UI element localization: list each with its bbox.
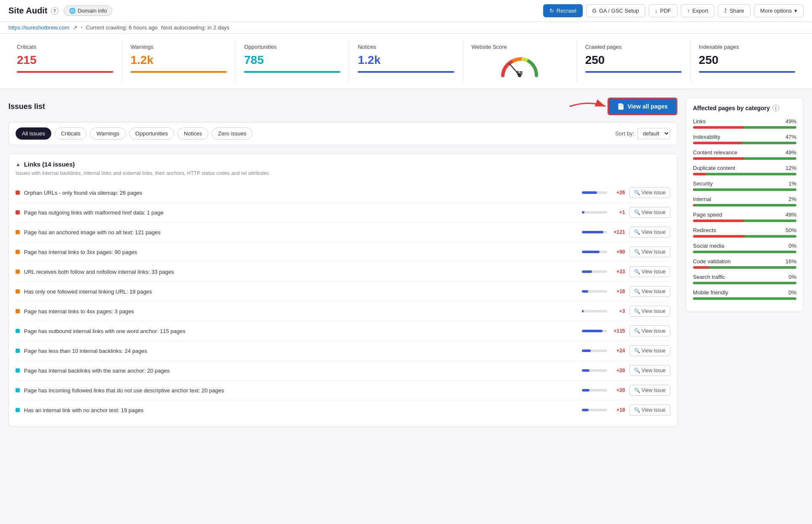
tab-zero-issues[interactable]: Zero issues — [212, 127, 252, 140]
mini-bar — [582, 409, 607, 411]
pdf-button[interactable]: ↓ PDF — [649, 4, 678, 17]
issue-row: Has an internal link with no anchor text… — [16, 400, 670, 420]
issue-delta: +19 — [610, 407, 625, 413]
tab-notices[interactable]: Notices — [178, 127, 208, 140]
view-issue-button[interactable]: 🔍 View issue — [629, 207, 670, 218]
share-icon: ⤴ — [724, 8, 727, 14]
issue-row: Orphan URLs - only found via sitemap: 26… — [16, 183, 670, 203]
category-pct: 47% — [785, 134, 796, 140]
issue-delta: +24 — [610, 348, 625, 354]
share-button[interactable]: ⤴ Share — [718, 4, 751, 17]
severity-dot — [16, 191, 20, 195]
green-bar — [706, 173, 796, 175]
mini-bar — [582, 330, 607, 332]
view-issue-button[interactable]: 🔍 View issue — [629, 286, 670, 297]
view-issue-button[interactable]: 🔍 View issue — [629, 227, 670, 238]
category-page-speed: Page speed 49% — [693, 212, 796, 222]
notices-value: 1.2k — [358, 53, 454, 67]
tab-all-issues[interactable]: All issues — [16, 127, 51, 140]
category-indexability: Indexability 47% — [693, 134, 796, 144]
recrawl-button[interactable]: ↻ Recrawl — [543, 4, 583, 17]
category-header: Social media 0% — [693, 243, 796, 249]
indexable-pages-card[interactable]: Indexable pages 250 — [690, 40, 804, 82]
category-bar — [693, 188, 796, 191]
category-social-media: Social media 0% — [693, 243, 796, 253]
category-name: Search traffic — [693, 274, 725, 280]
mini-bar — [582, 251, 607, 253]
domain-info-icon: 🌐 — [69, 8, 76, 14]
severity-dot — [16, 388, 20, 392]
issues-section: Issues list 📄 View all pages — [8, 98, 677, 434]
notices-card[interactable]: Notices 1.2k — [349, 40, 463, 82]
criticals-bar — [17, 71, 113, 73]
issue-row: Page has internal links to 3xx pages: 90… — [16, 242, 670, 262]
opportunities-card[interactable]: Opportunities 785 — [236, 40, 349, 82]
view-issue-button[interactable]: 🔍 View issue — [629, 266, 670, 277]
tab-warnings[interactable]: Warnings — [90, 127, 125, 140]
tab-criticals[interactable]: Criticals — [55, 127, 87, 140]
view-issue-button[interactable]: 🔍 View issue — [629, 385, 670, 396]
indexable-pages-bar — [699, 71, 795, 73]
issue-count-bar: +115 — [582, 328, 625, 334]
issue-count-bar: +1 — [582, 209, 625, 215]
severity-dot — [16, 289, 20, 294]
mini-bar-fill — [582, 270, 592, 273]
criticals-card[interactable]: Criticals 215 — [8, 40, 122, 82]
main-content: Issues list 📄 View all pages — [0, 89, 812, 442]
category-bar — [693, 235, 796, 238]
category-bar — [693, 297, 796, 300]
recrawl-icon: ↻ — [549, 8, 554, 14]
view-issue-button[interactable]: 🔍 View issue — [629, 187, 670, 198]
tab-opportunities[interactable]: Opportunities — [129, 127, 174, 140]
severity-dot — [16, 408, 20, 412]
category-header: Code validation 16% — [693, 258, 796, 265]
category-pct: 12% — [785, 165, 796, 171]
red-bar — [693, 235, 745, 238]
view-issue-button[interactable]: 🔍 View issue — [629, 246, 670, 257]
issue-row: Page has internal backlinks with the sam… — [16, 361, 670, 381]
category-header: Duplicate content 12% — [693, 165, 796, 171]
export-button[interactable]: ↑ Export — [681, 4, 714, 17]
mini-bar-fill — [582, 369, 589, 372]
warnings-card[interactable]: Warnings 1.2k — [122, 40, 236, 82]
issue-count-bar: +33 — [582, 269, 625, 275]
help-icon[interactable]: ? — [51, 7, 58, 15]
category-name: Mobile friendly — [693, 289, 728, 296]
category-pct: 49% — [785, 118, 796, 124]
view-issue-button[interactable]: 🔍 View issue — [629, 345, 670, 356]
issue-delta: +33 — [610, 269, 625, 275]
severity-dot — [16, 349, 20, 353]
warnings-value: 1.2k — [130, 53, 227, 67]
sort-select[interactable]: default — [637, 128, 670, 139]
view-issue-button[interactable]: 🔍 View issue — [629, 306, 670, 317]
mini-bar — [582, 231, 607, 233]
crawled-pages-bar — [585, 71, 682, 73]
issue-row: Page has incoming followed links that do… — [16, 381, 670, 400]
issue-delta: +3 — [610, 308, 625, 314]
view-issue-button[interactable]: 🔍 View issue — [629, 365, 670, 376]
crawled-pages-card[interactable]: Crawled pages 250 — [577, 40, 690, 82]
issue-text: URL receives both follow and nofollow in… — [24, 269, 578, 275]
issue-count-bar: +24 — [582, 348, 625, 354]
chevron-up-icon[interactable]: ▲ — [16, 161, 21, 167]
issue-count-bar: +20 — [582, 387, 625, 393]
domain-info-button[interactable]: 🌐 Domain info — [64, 5, 112, 16]
view-all-pages-button[interactable]: 📄 View all pages — [608, 98, 677, 115]
issue-text: Page has an anchored image with no alt t… — [24, 229, 578, 236]
info-icon[interactable]: i — [772, 105, 779, 111]
links-group-description: Issues with internal backlinks, internal… — [16, 170, 670, 176]
more-options-button[interactable]: More options ▾ — [754, 4, 804, 17]
notices-bar — [358, 71, 454, 73]
issue-row: Page has less than 10 internal backlinks… — [16, 341, 670, 361]
category-code-validation: Code validation 16% — [693, 258, 796, 269]
ga-gsc-button[interactable]: G GA / GSC Setup — [586, 4, 645, 17]
view-issue-button[interactable]: 🔍 View issue — [629, 405, 670, 415]
category-header: Page speed 49% — [693, 212, 796, 218]
issue-delta: +1 — [610, 209, 625, 215]
mini-bar-fill — [582, 290, 588, 293]
issue-delta: +90 — [610, 249, 625, 255]
category-name: Redirects — [693, 227, 716, 233]
site-url-link[interactable]: https://sureshotbrew.com — [8, 24, 69, 31]
view-issue-button[interactable]: 🔍 View issue — [629, 326, 670, 336]
category-bar — [693, 266, 796, 269]
